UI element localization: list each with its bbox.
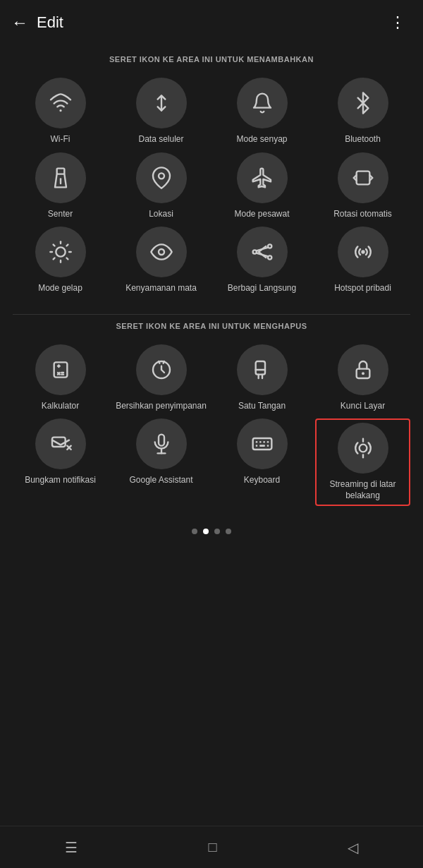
page-title: Edit: [37, 13, 63, 32]
add-icons-grid: Wi-Fi Data seluler Mode senyap: [0, 78, 423, 308]
list-item[interactable]: Kalkulator: [13, 344, 108, 412]
svg-line-12: [53, 258, 54, 260]
header-left: ← Edit: [11, 13, 63, 32]
senter-label: Senter: [48, 209, 73, 220]
bluetooth-icon-circle[interactable]: [338, 78, 388, 128]
list-item[interactable]: Mode pesawat: [214, 152, 309, 220]
wifi-icon-circle[interactable]: [35, 78, 86, 128]
satu-tangan-label: Satu Tangan: [238, 401, 286, 412]
hotspot-icon: [352, 241, 374, 263]
kunci-layar-icon-circle[interactable]: [338, 344, 388, 395]
hotspot-pribadi-icon-circle[interactable]: [338, 227, 388, 277]
list-item[interactable]: Senter: [13, 152, 108, 220]
list-item[interactable]: Satu Tangan: [214, 344, 309, 412]
menu-button[interactable]: ☰: [65, 839, 78, 856]
rotasi-otomatis-icon-circle[interactable]: [338, 152, 388, 203]
list-item[interactable]: Bungkam notifikasi: [13, 418, 108, 505]
keyboard-icon-circle[interactable]: [237, 418, 288, 469]
svg-line-18: [256, 248, 268, 251]
senter-icon-circle[interactable]: [35, 152, 86, 203]
kunci-layar-label: Kunci Layar: [341, 401, 385, 412]
list-item[interactable]: Bluetooth: [315, 78, 410, 145]
mode-pesawat-icon-circle[interactable]: [237, 152, 288, 203]
mode-senyap-icon-circle[interactable]: [237, 78, 288, 128]
rotasi-otomatis-label: Rotasi otomatis: [333, 209, 392, 220]
more-options-button[interactable]: ⋮: [390, 13, 406, 32]
keyboard-icon: [251, 433, 274, 455]
list-item[interactable]: Berbagi Langsung: [214, 227, 309, 294]
airplane-icon: [251, 167, 274, 189]
remove-icons-grid: Kalkulator Bersihkan penyimpanan: [0, 344, 423, 520]
google-assistant-icon-circle[interactable]: [136, 418, 187, 469]
list-item[interactable]: Mode gelap: [13, 227, 108, 294]
svg-point-46: [359, 445, 367, 452]
section1-label: SERET IKON KE AREA INI UNTUK MENAMBAHKAN: [0, 55, 423, 64]
streaming-item[interactable]: Streaming di latar belakang: [315, 418, 410, 505]
mode-gelap-label: Mode gelap: [38, 283, 82, 294]
dot-1: [192, 529, 197, 534]
home-button[interactable]: □: [208, 839, 216, 855]
back-nav-button[interactable]: ◁: [348, 839, 358, 856]
satu-tangan-icon-circle[interactable]: [237, 344, 288, 395]
mic-icon: [150, 433, 173, 455]
list-item[interactable]: Bersihkan penyimpanan: [114, 344, 209, 412]
bluetooth-icon: [352, 92, 374, 114]
svg-point-31: [362, 372, 364, 375]
svg-point-14: [159, 249, 164, 255]
clean-icon: [150, 358, 173, 381]
kenyamanan-mata-icon-circle[interactable]: [136, 227, 187, 277]
dot-4: [226, 529, 231, 534]
google-assistant-label: Google Assistant: [129, 475, 192, 486]
svg-rect-27: [54, 362, 67, 377]
list-item[interactable]: Mode senyap: [214, 78, 309, 145]
bersihkan-icon-circle[interactable]: [136, 344, 187, 395]
section2-label: SERET IKON KE AREA INI UNTUK MENGHAPUS: [0, 322, 423, 330]
bersihkan-label: Bersihkan penyimpanan: [116, 401, 207, 412]
flashlight-icon: [49, 167, 72, 189]
rotation-icon: [352, 167, 374, 189]
svg-rect-29: [255, 361, 264, 375]
main-content: SERET IKON KE AREA INI UNTUK MENAMBAHKAN…: [0, 41, 423, 826]
svg-point-5: [56, 248, 65, 257]
data-seluler-icon-circle[interactable]: [136, 78, 187, 128]
calculator-icon: [49, 358, 72, 381]
list-item[interactable]: Kenyamanan mata: [114, 227, 209, 294]
section-divider: [13, 314, 410, 315]
bungkam-icon-circle[interactable]: [35, 418, 86, 469]
bluetooth-label: Bluetooth: [345, 134, 381, 145]
list-item[interactable]: Kunci Layar: [315, 344, 410, 412]
kenyamanan-mata-label: Kenyamanan mata: [125, 283, 197, 294]
lokasi-icon-circle[interactable]: [136, 152, 187, 203]
bungkam-label: Bungkam notifikasi: [25, 475, 96, 486]
list-item[interactable]: Rotasi otomatis: [315, 152, 410, 220]
header: ← Edit ⋮: [0, 0, 423, 41]
berbagi-langsung-icon-circle[interactable]: [237, 227, 288, 277]
svg-rect-1: [56, 168, 64, 174]
kalkulator-icon-circle[interactable]: [35, 344, 86, 395]
list-item[interactable]: Lokasi: [114, 152, 209, 220]
lokasi-label: Lokasi: [149, 209, 173, 220]
list-item[interactable]: Wi-Fi: [13, 78, 108, 145]
kalkulator-label: Kalkulator: [42, 401, 79, 412]
data-seluler-label: Data seluler: [138, 134, 183, 145]
dark-mode-icon: [49, 241, 72, 263]
satu-tangan-icon: [251, 358, 274, 381]
page-dots: [0, 520, 423, 541]
wifi-icon: [49, 92, 72, 114]
streaming-icon: [352, 437, 374, 459]
list-item[interactable]: Keyboard: [214, 418, 309, 505]
data-seluler-icon: [150, 92, 173, 114]
list-item[interactable]: Hotspot pribadi: [315, 227, 410, 294]
mode-gelap-icon-circle[interactable]: [35, 227, 86, 277]
lock-icon: [352, 358, 374, 381]
back-button[interactable]: ←: [11, 13, 28, 32]
svg-point-20: [361, 251, 364, 254]
eye-icon: [150, 241, 173, 263]
streaming-icon-circle[interactable]: [338, 423, 388, 474]
streaming-label: Streaming di latar belakang: [319, 479, 406, 501]
berbagi-langsung-label: Berbagi Langsung: [228, 283, 296, 294]
list-item[interactable]: Google Assistant: [114, 418, 209, 505]
mode-pesawat-label: Mode pesawat: [234, 209, 289, 220]
list-item[interactable]: Data seluler: [114, 78, 209, 145]
keyboard-label: Keyboard: [244, 475, 280, 486]
